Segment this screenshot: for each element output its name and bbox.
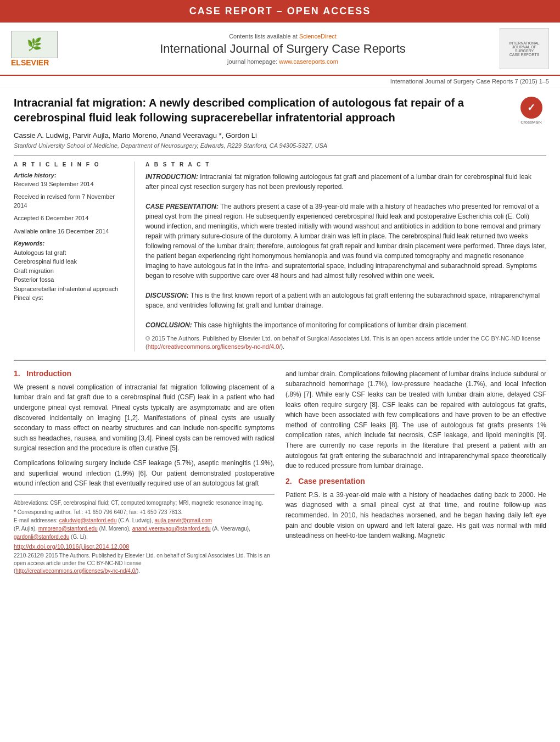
discussion-text: This is the first known report of a pati… <box>145 292 540 309</box>
section2-name: Case presentation <box>298 477 365 486</box>
homepage-prefix: journal homepage: <box>227 58 279 65</box>
journal-title: International Journal of Surgery Case Re… <box>66 42 500 56</box>
section2-title: 2. Case presentation <box>285 477 546 486</box>
body-para2: Complications following surgery include … <box>14 458 275 489</box>
affiliation: Stanford University School of Medicine, … <box>14 142 546 149</box>
received-date: Received 19 September 2014 <box>14 180 126 188</box>
article-history-title: Article history: <box>14 172 126 178</box>
accepted-date: Accepted 6 December 2014 <box>14 214 126 222</box>
keyword-4: Posterior fossa <box>14 275 126 284</box>
keyword-2: Cerebrospinal fluid leak <box>14 257 126 266</box>
journal-homepage: journal homepage: www.casereports.com <box>66 58 500 65</box>
article-info-abstract: A R T I C L E I N F O Article history: R… <box>14 155 546 352</box>
case-report-banner: CASE REPORT – OPEN ACCESS <box>0 0 560 23</box>
section1-name: Introduction <box>26 369 71 378</box>
email-1[interactable]: caludwig@stanford.edu <box>59 517 117 523</box>
case-text: The authors present a case of a 39-year-… <box>145 203 546 280</box>
main-content: Intracranial fat migration: A newly desc… <box>0 87 560 583</box>
article-meta-text: International Journal of Surgery Case Re… <box>390 78 549 85</box>
journal-header: 🌿 ELSEVIER Contents lists available at S… <box>0 23 560 76</box>
banner-text: CASE REPORT – OPEN ACCESS <box>189 5 371 16</box>
contents-prefix: Contents lists available at <box>229 33 299 40</box>
authors-text: Cassie A. Ludwig, Parvir Aujla, Mario Mo… <box>14 131 257 140</box>
elsevier-tree-icon: 🌿 <box>11 31 58 58</box>
case-label: CASE PRESENTATION: <box>145 203 219 210</box>
article-meta-line: International Journal of Surgery Case Re… <box>0 76 560 87</box>
keyword-1: Autologous fat graft <box>14 248 126 258</box>
available-date: Available online 16 December 2014 <box>14 227 126 236</box>
body-section2-para1: Patient P.S. is a 39-year-old male with … <box>285 490 546 541</box>
authors: Cassie A. Ludwig, Parvir Aujla, Mario Mo… <box>14 131 546 140</box>
intro-label: INTRODUCTION: <box>145 173 198 181</box>
article-title-section: Intracranial fat migration: A newly desc… <box>14 96 546 126</box>
crossmark-icon: ✓ <box>520 97 542 119</box>
abstract-header: A B S T R A C T <box>145 161 546 168</box>
section1-number: 1. <box>14 369 20 378</box>
journal-center-info: Contents lists available at ScienceDirec… <box>66 33 500 65</box>
journal-logo-text: INTERNATIONALJOURNAL OFSURGERYCASE REPOR… <box>509 41 540 57</box>
abstract-text: INTRODUCTION: Intracranial fat migration… <box>145 172 546 330</box>
conclusion-label: CONCLUSION: <box>145 321 192 329</box>
email-addresses: E-mail addresses: caludwig@stanford.edu … <box>14 516 275 541</box>
revised-date: Received in revised form 7 November 2014 <box>14 193 126 210</box>
license-link[interactable]: http://creativecommons.org/licenses/by-n… <box>148 343 281 350</box>
homepage-url[interactable]: www.casereports.com <box>279 58 338 65</box>
contents-line: Contents lists available at ScienceDirec… <box>66 33 500 40</box>
body-para1: We present a novel complication of intra… <box>14 382 275 454</box>
elsevier-logo: 🌿 ELSEVIER <box>11 31 66 67</box>
section1-title: 1. Introduction <box>14 369 275 378</box>
article-info-header: A R T I C L E I N F O <box>14 161 126 168</box>
email-2[interactable]: aujla.parvir@gmail.com <box>154 517 212 523</box>
abbreviations: Abbreviations: CSF, cerebrospinal fluid;… <box>14 499 275 507</box>
elsevier-brand: ELSEVIER <box>11 58 49 67</box>
body-right-column: and lumbar drain. Complications followin… <box>285 369 546 575</box>
abstract-license: © 2015 The Authors. Published by Elsevie… <box>145 334 546 352</box>
section2-number: 2. <box>285 477 292 486</box>
email-label: E-mail addresses: <box>14 517 58 523</box>
keywords-title: Keywords: <box>14 240 126 247</box>
body-right-para1: and lumbar drain. Complications followin… <box>285 369 546 471</box>
article-title: Intracranial fat migration: A newly desc… <box>14 96 516 125</box>
body-content: 1. Introduction We present a novel compl… <box>14 360 546 575</box>
keywords-section: Keywords: Autologous fat graft Cerebrosp… <box>14 240 126 303</box>
footer-section: Abbreviations: CSF, cerebrospinal fluid;… <box>14 494 275 575</box>
keyword-5: Supracerebellar infratentorial approach <box>14 284 126 294</box>
copyright-end: ). <box>137 568 140 574</box>
copyright-link[interactable]: http://creativecommons.org/licenses/by-n… <box>15 568 137 574</box>
keyword-6: Pineal cyst <box>14 293 126 303</box>
email-5[interactable]: gardonli@stanford.edu <box>14 534 69 540</box>
corresponding-author: * Corresponding author. Tel.: +1 650 796… <box>14 509 275 515</box>
body-left-column: 1. Introduction We present a novel compl… <box>14 369 275 575</box>
crossmark-logo: ✓ CrossMark <box>516 96 546 126</box>
copyright-text: 2210-2612© 2015 The Authors. Published b… <box>14 552 275 575</box>
license-text-end: ). <box>281 343 284 350</box>
crossmark-text: CrossMark <box>520 120 542 125</box>
conclusion-text: This case highlights the importance of m… <box>194 321 468 329</box>
abstract-column: A B S T R A C T INTRODUCTION: Intracrani… <box>145 161 546 352</box>
intro-text: Intracranial fat migration following aut… <box>145 173 531 191</box>
email-4[interactable]: anand.veeravagu@stanford.edu <box>132 526 211 532</box>
discussion-label: DISCUSSION: <box>145 292 189 299</box>
doi-link[interactable]: http://dx.doi.org/10.1016/j.ijscr.2014.1… <box>14 543 275 550</box>
journal-logo: INTERNATIONALJOURNAL OFSURGERYCASE REPOR… <box>500 28 549 69</box>
keyword-3: Graft migration <box>14 266 126 276</box>
email-3[interactable]: mmoreno@stanford.edu <box>38 526 98 532</box>
article-info-column: A R T I C L E I N F O Article history: R… <box>14 161 135 352</box>
sciencedirect-link[interactable]: ScienceDirect <box>299 33 337 40</box>
